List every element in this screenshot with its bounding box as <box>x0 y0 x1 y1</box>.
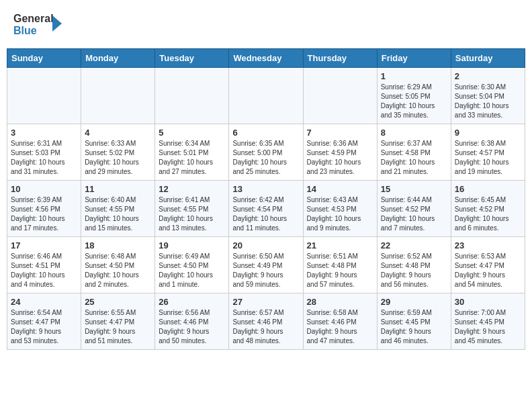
day-number: 1 <box>381 71 447 81</box>
day-number: 22 <box>381 240 447 250</box>
calendar-cell: 6Sunrise: 6:35 AM Sunset: 5:00 PM Daylig… <box>229 124 303 181</box>
day-number: 2 <box>455 71 521 81</box>
calendar-cell <box>229 68 303 124</box>
day-info: Sunrise: 6:45 AM Sunset: 4:52 PM Dayligh… <box>455 195 521 233</box>
day-of-week-sunday: Sunday <box>7 49 81 68</box>
day-info: Sunrise: 6:52 AM Sunset: 4:48 PM Dayligh… <box>381 252 447 289</box>
calendar-cell <box>81 68 155 124</box>
calendar-cell: 8Sunrise: 6:37 AM Sunset: 4:58 PM Daylig… <box>377 124 451 181</box>
day-info: Sunrise: 6:51 AM Sunset: 4:48 PM Dayligh… <box>307 252 373 289</box>
day-number: 25 <box>85 297 151 307</box>
calendar-cell: 12Sunrise: 6:41 AM Sunset: 4:55 PM Dayli… <box>155 181 229 237</box>
day-info: Sunrise: 6:33 AM Sunset: 5:02 PM Dayligh… <box>85 139 151 177</box>
day-number: 11 <box>85 184 151 194</box>
day-of-week-thursday: Thursday <box>303 49 377 68</box>
logo: GeneralBlue <box>13 10 67 38</box>
day-number: 28 <box>307 297 373 307</box>
day-number: 14 <box>307 184 373 194</box>
calendar-cell: 15Sunrise: 6:44 AM Sunset: 4:52 PM Dayli… <box>377 181 451 237</box>
calendar-cell: 10Sunrise: 6:39 AM Sunset: 4:56 PM Dayli… <box>7 181 81 237</box>
day-info: Sunrise: 6:55 AM Sunset: 4:47 PM Dayligh… <box>85 308 151 346</box>
day-info: Sunrise: 6:53 AM Sunset: 4:47 PM Dayligh… <box>455 252 521 289</box>
calendar-cell: 5Sunrise: 6:34 AM Sunset: 5:01 PM Daylig… <box>155 124 229 181</box>
day-info: Sunrise: 6:35 AM Sunset: 5:00 PM Dayligh… <box>232 139 299 177</box>
day-info: Sunrise: 6:43 AM Sunset: 4:53 PM Dayligh… <box>307 195 373 233</box>
day-info: Sunrise: 6:39 AM Sunset: 4:56 PM Dayligh… <box>11 195 77 233</box>
day-number: 18 <box>85 240 151 250</box>
calendar-cell: 22Sunrise: 6:52 AM Sunset: 4:48 PM Dayli… <box>377 237 451 293</box>
day-number: 9 <box>455 128 521 138</box>
day-number: 26 <box>159 297 225 307</box>
calendar-cell <box>303 68 377 124</box>
calendar-cell: 7Sunrise: 6:36 AM Sunset: 4:59 PM Daylig… <box>303 124 377 181</box>
day-info: Sunrise: 6:41 AM Sunset: 4:55 PM Dayligh… <box>159 195 225 233</box>
calendar-cell: 19Sunrise: 6:49 AM Sunset: 4:50 PM Dayli… <box>155 237 229 293</box>
day-info: Sunrise: 6:34 AM Sunset: 5:01 PM Dayligh… <box>159 139 225 177</box>
calendar-cell: 1Sunrise: 6:29 AM Sunset: 5:05 PM Daylig… <box>377 68 451 124</box>
day-number: 4 <box>85 128 151 138</box>
calendar-cell: 9Sunrise: 6:38 AM Sunset: 4:57 PM Daylig… <box>451 124 525 181</box>
day-of-week-tuesday: Tuesday <box>155 49 229 68</box>
day-number: 12 <box>159 184 225 194</box>
day-info: Sunrise: 6:38 AM Sunset: 4:57 PM Dayligh… <box>455 139 521 177</box>
day-info: Sunrise: 6:50 AM Sunset: 4:49 PM Dayligh… <box>232 252 299 289</box>
day-info: Sunrise: 6:56 AM Sunset: 4:46 PM Dayligh… <box>159 308 225 346</box>
page-header: GeneralBlue <box>7 7 525 42</box>
calendar-cell: 17Sunrise: 6:46 AM Sunset: 4:51 PM Dayli… <box>7 237 81 293</box>
day-number: 16 <box>455 184 521 194</box>
day-number: 6 <box>232 128 299 138</box>
day-number: 13 <box>232 184 299 194</box>
day-info: Sunrise: 6:36 AM Sunset: 4:59 PM Dayligh… <box>307 139 373 177</box>
calendar-cell: 16Sunrise: 6:45 AM Sunset: 4:52 PM Dayli… <box>451 181 525 237</box>
calendar-header-row: SundayMondayTuesdayWednesdayThursdayFrid… <box>7 49 525 68</box>
day-info: Sunrise: 6:57 AM Sunset: 4:46 PM Dayligh… <box>232 308 299 346</box>
calendar-week-2: 10Sunrise: 6:39 AM Sunset: 4:56 PM Dayli… <box>7 181 525 237</box>
calendar-week-1: 3Sunrise: 6:31 AM Sunset: 5:03 PM Daylig… <box>7 124 525 181</box>
calendar-cell: 25Sunrise: 6:55 AM Sunset: 4:47 PM Dayli… <box>81 293 155 350</box>
day-number: 15 <box>381 184 447 194</box>
day-of-week-wednesday: Wednesday <box>229 49 303 68</box>
day-info: Sunrise: 6:29 AM Sunset: 5:05 PM Dayligh… <box>381 83 447 120</box>
day-number: 5 <box>159 128 225 138</box>
day-number: 30 <box>455 297 521 307</box>
day-of-week-friday: Friday <box>377 49 451 68</box>
calendar-cell <box>7 68 81 124</box>
calendar-cell: 20Sunrise: 6:50 AM Sunset: 4:49 PM Dayli… <box>229 237 303 293</box>
day-info: Sunrise: 6:44 AM Sunset: 4:52 PM Dayligh… <box>381 195 447 233</box>
svg-marker-2 <box>52 15 62 32</box>
calendar-cell: 24Sunrise: 6:54 AM Sunset: 4:47 PM Dayli… <box>7 293 81 350</box>
day-of-week-saturday: Saturday <box>451 49 525 68</box>
calendar-cell: 2Sunrise: 6:30 AM Sunset: 5:04 PM Daylig… <box>451 68 525 124</box>
day-number: 23 <box>455 240 521 250</box>
day-number: 8 <box>381 128 447 138</box>
day-info: Sunrise: 6:31 AM Sunset: 5:03 PM Dayligh… <box>11 139 77 177</box>
day-info: Sunrise: 7:00 AM Sunset: 4:45 PM Dayligh… <box>455 308 521 346</box>
calendar-cell: 18Sunrise: 6:48 AM Sunset: 4:50 PM Dayli… <box>81 237 155 293</box>
day-number: 19 <box>159 240 225 250</box>
day-info: Sunrise: 6:48 AM Sunset: 4:50 PM Dayligh… <box>85 252 151 289</box>
day-number: 29 <box>381 297 447 307</box>
day-number: 17 <box>11 240 77 250</box>
day-info: Sunrise: 6:40 AM Sunset: 4:55 PM Dayligh… <box>85 195 151 233</box>
calendar-week-4: 24Sunrise: 6:54 AM Sunset: 4:47 PM Dayli… <box>7 293 525 350</box>
day-info: Sunrise: 6:49 AM Sunset: 4:50 PM Dayligh… <box>159 252 225 289</box>
calendar-cell: 14Sunrise: 6:43 AM Sunset: 4:53 PM Dayli… <box>303 181 377 237</box>
calendar-cell: 27Sunrise: 6:57 AM Sunset: 4:46 PM Dayli… <box>229 293 303 350</box>
day-of-week-monday: Monday <box>81 49 155 68</box>
calendar-cell: 11Sunrise: 6:40 AM Sunset: 4:55 PM Dayli… <box>81 181 155 237</box>
day-number: 24 <box>11 297 77 307</box>
calendar-cell: 26Sunrise: 6:56 AM Sunset: 4:46 PM Dayli… <box>155 293 229 350</box>
calendar-week-0: 1Sunrise: 6:29 AM Sunset: 5:05 PM Daylig… <box>7 68 525 124</box>
day-number: 27 <box>232 297 299 307</box>
calendar-cell <box>155 68 229 124</box>
calendar-cell: 30Sunrise: 7:00 AM Sunset: 4:45 PM Dayli… <box>451 293 525 350</box>
day-info: Sunrise: 6:30 AM Sunset: 5:04 PM Dayligh… <box>455 83 521 120</box>
day-info: Sunrise: 6:37 AM Sunset: 4:58 PM Dayligh… <box>381 139 447 177</box>
day-number: 21 <box>307 240 373 250</box>
calendar-cell: 28Sunrise: 6:58 AM Sunset: 4:46 PM Dayli… <box>303 293 377 350</box>
calendar-cell: 29Sunrise: 6:59 AM Sunset: 4:45 PM Dayli… <box>377 293 451 350</box>
day-number: 10 <box>11 184 77 194</box>
day-info: Sunrise: 6:42 AM Sunset: 4:54 PM Dayligh… <box>232 195 299 233</box>
calendar-table: SundayMondayTuesdayWednesdayThursdayFrid… <box>7 48 525 350</box>
day-number: 3 <box>11 128 77 138</box>
